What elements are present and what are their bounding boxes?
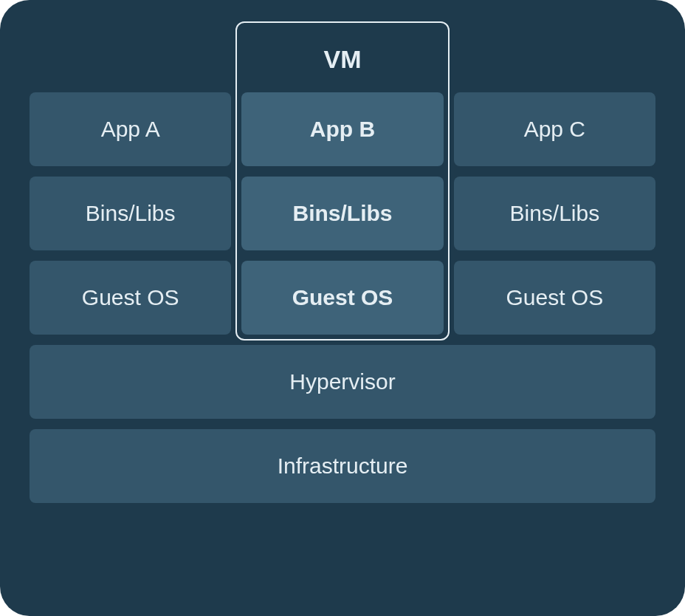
guest-os-cell-highlighted: Guest OS — [241, 261, 443, 335]
app-cell: App A — [30, 92, 231, 166]
guest-os-cell: Guest OS — [30, 261, 231, 335]
bins-cell: Bins/Libs — [454, 177, 655, 250]
vm-column-c: App C Bins/Libs Guest OS — [454, 92, 655, 335]
vm-label-row: VM — [30, 26, 655, 92]
app-cell: App C — [454, 92, 655, 166]
infrastructure-layer: Infrastructure — [30, 429, 655, 503]
vm-title: VM — [238, 45, 447, 74]
vm-columns: App A Bins/Libs Guest OS App B Bins/Libs… — [30, 92, 655, 335]
hypervisor-layer: Hypervisor — [30, 345, 655, 419]
bins-cell-highlighted: Bins/Libs — [241, 177, 443, 250]
vm-column-b: App B Bins/Libs Guest OS — [241, 92, 443, 335]
vm-architecture-diagram: VM App A Bins/Libs Guest OS App B Bins/L… — [0, 0, 685, 616]
guest-os-cell: Guest OS — [454, 261, 655, 335]
vm-column-a: App A Bins/Libs Guest OS — [30, 92, 231, 335]
vm-stack-section: VM App A Bins/Libs Guest OS App B Bins/L… — [30, 26, 655, 335]
bins-cell: Bins/Libs — [30, 177, 231, 250]
app-cell-highlighted: App B — [241, 92, 443, 166]
